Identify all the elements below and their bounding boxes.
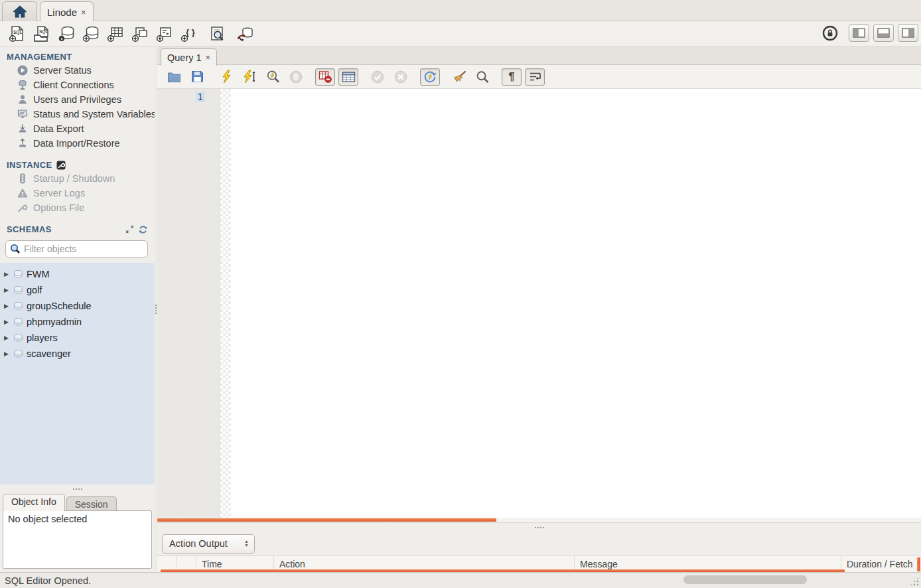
- sidebar-item-data-export[interactable]: Data Export: [0, 121, 155, 136]
- expander-icon[interactable]: ▶: [3, 334, 10, 341]
- select-spinner-icon: ▲ ▼: [244, 540, 249, 548]
- configure-instance-icon[interactable]: [56, 161, 66, 170]
- schema-icon: [13, 349, 23, 358]
- sidebar-item-client-connections[interactable]: Client Connections: [0, 78, 155, 92]
- create-schema-button[interactable]: [78, 24, 103, 44]
- sidebar-item-system-variables[interactable]: Status and System Variables: [0, 107, 155, 121]
- close-icon[interactable]: ×: [81, 7, 86, 17]
- output-view-select[interactable]: Action Output ▲ ▼: [162, 534, 255, 553]
- schema-item-players[interactable]: ▶ players: [0, 330, 155, 346]
- new-query-tab-button[interactable]: SQL: [5, 24, 29, 44]
- stop-execution-button[interactable]: [286, 68, 306, 86]
- schema-item-fwm[interactable]: ▶ FWM: [0, 266, 155, 282]
- column-duration-fetch[interactable]: Duration / Fetch: [841, 556, 921, 572]
- schema-item-golf[interactable]: ▶ golf: [0, 282, 155, 298]
- options-file-icon: [17, 202, 28, 213]
- expander-icon[interactable]: ▶: [3, 271, 10, 277]
- expander-icon[interactable]: ▶: [3, 287, 10, 293]
- toggle-right-sidebar-button[interactable]: [898, 24, 918, 42]
- create-view-button[interactable]: [127, 24, 152, 44]
- save-script-button[interactable]: [187, 68, 207, 86]
- server-status-icon: [17, 65, 28, 76]
- line-number: 1: [196, 92, 205, 102]
- main-area: Query 1 ×: [157, 46, 921, 572]
- toggle-invisible-characters-button[interactable]: ¶: [502, 68, 522, 86]
- tab-object-info[interactable]: Object Info: [3, 494, 65, 511]
- svg-text:{ }: { }: [186, 27, 195, 37]
- sidebar-item-startup-shutdown[interactable]: Startup / Shutdown: [0, 171, 155, 186]
- expander-icon[interactable]: ▶: [3, 350, 10, 357]
- schema-icon: [13, 333, 23, 342]
- instance-section-title: INSTANCE: [0, 151, 155, 171]
- tab-session[interactable]: Session: [66, 496, 117, 511]
- schema-item-groupschedule[interactable]: ▶ groupSchedule: [0, 298, 155, 314]
- status-bar: SQL Editor Opened.: [0, 572, 921, 588]
- toggle-autocommit-button[interactable]: [420, 68, 440, 86]
- beautify-sql-button[interactable]: [449, 68, 469, 86]
- tab-query-1[interactable]: Query 1 ×: [161, 48, 217, 66]
- create-procedure-button[interactable]: [152, 24, 177, 44]
- sidebar-item-data-import[interactable]: Data Import/Restore: [0, 136, 155, 151]
- bottom-scrollbar-thumb[interactable]: [683, 575, 807, 584]
- server-logs-icon: [17, 188, 28, 198]
- search-table-data-button[interactable]: [204, 24, 229, 44]
- info-tabbar: Object Info Session: [0, 493, 155, 511]
- reconnect-dbms-button[interactable]: [232, 24, 257, 44]
- schema-icon: [13, 269, 23, 279]
- svg-text:SQL: SQL: [13, 30, 22, 35]
- mysql-workbench-window: Linode × SQL SQL: [0, 0, 921, 588]
- schema-item-phpmyadmin[interactable]: ▶ phpmyadmin: [0, 314, 155, 330]
- editor-text-area[interactable]: [231, 89, 921, 518]
- filter-objects-input[interactable]: [24, 244, 144, 254]
- schema-icon: [13, 317, 23, 327]
- expander-icon[interactable]: ▶: [3, 303, 10, 309]
- filter-row: [0, 236, 155, 261]
- sidebar-bottom-splitter[interactable]: [0, 484, 155, 493]
- output-toolbar: Action Output ▲ ▼: [157, 532, 921, 555]
- create-function-button[interactable]: { }: [177, 24, 201, 44]
- output-view-label: Action Output: [169, 538, 244, 549]
- window-resize-grip[interactable]: [910, 577, 919, 586]
- sidebar-item-users-privileges[interactable]: Users and Privileges: [0, 92, 155, 107]
- schema-filter-box[interactable]: [5, 240, 148, 257]
- output-splitter[interactable]: [157, 523, 921, 532]
- sidebar-item-server-status[interactable]: Server Status: [0, 63, 155, 78]
- toolbar-right-controls: [822, 24, 918, 42]
- close-icon[interactable]: ×: [206, 52, 211, 62]
- execute-current-statement-button[interactable]: [240, 68, 259, 86]
- open-sql-script-button[interactable]: SQL: [29, 24, 54, 44]
- tab-connection-linode[interactable]: Linode ×: [40, 1, 94, 22]
- expand-schemas-icon[interactable]: [125, 225, 134, 234]
- sql-editor[interactable]: 1: [157, 89, 921, 518]
- toggle-stop-on-error-button[interactable]: [315, 68, 335, 86]
- object-info-text: No object selected: [8, 514, 87, 524]
- schema-icon: [13, 301, 23, 311]
- data-export-icon: [17, 123, 28, 134]
- sidebar-item-server-logs[interactable]: Server Logs: [0, 186, 155, 200]
- toggle-bottom-panel-button[interactable]: [873, 24, 894, 42]
- rollback-button[interactable]: [391, 68, 411, 86]
- schema-inspector-button[interactable]: [54, 24, 78, 44]
- toggle-left-sidebar-button[interactable]: [849, 24, 869, 42]
- create-table-button[interactable]: [103, 24, 127, 44]
- schema-tree: ▶ FWM ▶ golf ▶ groupSchedule ▶ phpmyadmi…: [0, 263, 155, 484]
- open-script-button[interactable]: [164, 68, 184, 86]
- execute-script-button[interactable]: [216, 68, 236, 86]
- tab-home[interactable]: [2, 1, 37, 21]
- status-text: SQL Editor Opened.: [5, 575, 91, 586]
- schema-item-scavenger[interactable]: ▶ scavenger: [0, 346, 155, 362]
- toggle-limit-rows-button[interactable]: [338, 68, 358, 86]
- schemas-section-title: SCHEMAS: [0, 215, 155, 236]
- editor-hscrollbar[interactable]: [157, 518, 921, 523]
- main-toolbar: SQL SQL: [0, 21, 921, 46]
- refresh-schemas-icon[interactable]: [138, 225, 148, 234]
- commit-button[interactable]: [368, 68, 388, 86]
- find-panel-button[interactable]: [472, 68, 492, 86]
- schema-icon: [13, 285, 23, 295]
- editor-hscrollbar-thumb[interactable]: [157, 518, 496, 522]
- output-vscrollbar-thumb[interactable]: [917, 557, 920, 571]
- explain-statement-button[interactable]: [263, 68, 283, 86]
- toggle-word-wrap-button[interactable]: [525, 68, 545, 86]
- expander-icon[interactable]: ▶: [3, 319, 10, 325]
- sidebar-item-options-file[interactable]: Options File: [0, 200, 155, 215]
